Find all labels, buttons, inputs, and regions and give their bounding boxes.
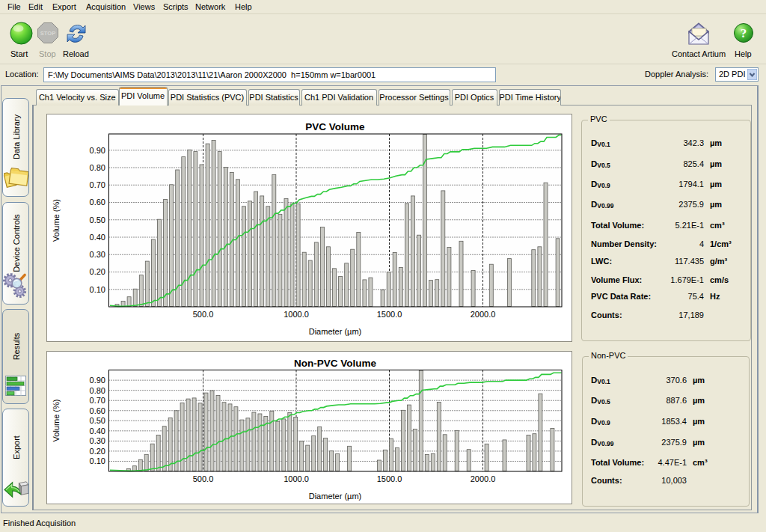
svg-text:0.60: 0.60 bbox=[90, 406, 105, 415]
svg-text:?: ? bbox=[741, 26, 747, 40]
svg-text:Diameter (µm): Diameter (µm) bbox=[309, 492, 362, 501]
svg-text:Non-PVC Volume: Non-PVC Volume bbox=[294, 358, 376, 369]
svg-text:PVC Volume: PVC Volume bbox=[305, 121, 365, 132]
svg-text:Diameter (µm): Diameter (µm) bbox=[309, 327, 362, 336]
svg-text:0.80: 0.80 bbox=[90, 386, 105, 395]
svg-text:STOP: STOP bbox=[40, 30, 55, 37]
